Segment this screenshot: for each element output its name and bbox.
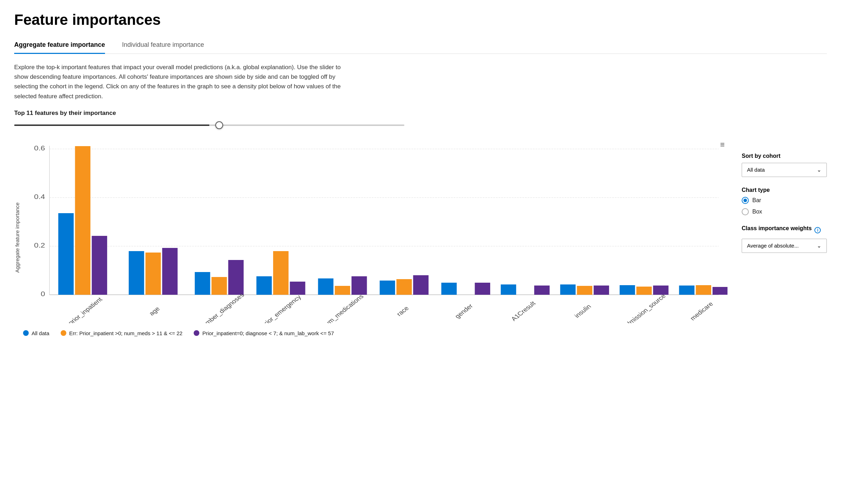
class-importance-info-icon[interactable]: i (814, 227, 821, 233)
svg-rect-27 (397, 279, 412, 295)
top-features-slider[interactable] (14, 124, 404, 126)
svg-rect-15 (211, 277, 227, 295)
svg-rect-19 (273, 251, 288, 295)
svg-text:0.6: 0.6 (34, 145, 45, 152)
legend-dot-prior-cohort (194, 330, 199, 336)
chart-area: ≡ Aggregate feature importance (14, 139, 727, 336)
svg-text:age: age (148, 305, 161, 316)
class-importance-label: Class importance weights (742, 225, 812, 232)
tab-individual[interactable]: Individual feature importance (122, 37, 204, 54)
svg-text:insulin: insulin (573, 303, 592, 319)
legend-dot-err-cohort (61, 330, 66, 336)
svg-rect-42 (620, 285, 635, 295)
bar-prior-inpatient-all (58, 213, 73, 295)
svg-rect-14 (195, 272, 210, 295)
svg-rect-47 (696, 285, 711, 295)
svg-rect-34 (501, 284, 516, 295)
sort-by-cohort-label: Sort by cohort (742, 153, 827, 159)
page-title: Feature importances (14, 11, 827, 28)
svg-rect-43 (636, 287, 652, 295)
chart-type-section: Chart type Bar Box (742, 187, 827, 215)
svg-rect-48 (713, 287, 727, 295)
sort-by-cohort-dropdown[interactable]: All data ⌄ (742, 163, 827, 177)
chevron-down-icon-2: ⌄ (817, 243, 821, 249)
chart-type-bar[interactable]: Bar (742, 197, 827, 204)
svg-text:0.4: 0.4 (34, 193, 45, 200)
svg-text:gender: gender (453, 303, 474, 320)
svg-text:0.2: 0.2 (34, 242, 45, 249)
svg-rect-28 (413, 275, 428, 295)
sidebar: Sort by cohort All data ⌄ Chart type Bar… (742, 139, 827, 336)
svg-rect-10 (129, 251, 144, 295)
sort-by-cohort-section: Sort by cohort All data ⌄ (742, 153, 827, 177)
svg-text:admission_source: admission_source (621, 293, 667, 323)
chart-type-box[interactable]: Box (742, 208, 827, 215)
legend-label-prior-cohort: Prior_inpatient=0; diagnose < 7; & num_l… (202, 330, 334, 336)
svg-rect-36 (534, 286, 549, 295)
class-importance-section: Class importance weights i Average of ab… (742, 225, 827, 253)
class-importance-dropdown[interactable]: Average of absolute... ⌄ (742, 239, 827, 253)
svg-rect-22 (318, 278, 333, 295)
svg-rect-46 (679, 286, 694, 295)
class-importance-header: Class importance weights i (742, 225, 827, 235)
chart-inner: 0 0.2 0.4 0.6 prior_inpatient (23, 139, 727, 336)
svg-text:prior_inpatient: prior_inpatient (67, 296, 104, 323)
legend-label-err-cohort: Err: Prior_inpatient >0; num_meds > 11 &… (69, 330, 182, 336)
legend-item-prior-cohort[interactable]: Prior_inpatient=0; diagnose < 7; & num_l… (194, 330, 334, 336)
chevron-down-icon: ⌄ (817, 167, 821, 173)
bar-prior-inpatient-prior (92, 236, 107, 295)
svg-rect-11 (145, 253, 161, 295)
tab-aggregate[interactable]: Aggregate feature importance (14, 37, 105, 54)
svg-rect-38 (560, 284, 575, 295)
svg-rect-24 (352, 276, 367, 295)
radio-box-circle (742, 208, 749, 215)
radio-box-label: Box (752, 209, 762, 215)
svg-text:medicare: medicare (688, 300, 714, 321)
class-importance-value: Average of absolute... (747, 243, 799, 249)
svg-text:num_medications: num_medications (321, 293, 365, 323)
svg-rect-23 (335, 286, 350, 295)
svg-text:A1Cresult: A1Cresult (510, 300, 537, 322)
svg-rect-26 (380, 281, 395, 295)
svg-rect-18 (256, 276, 272, 295)
chart-type-radio-group: Bar Box (742, 197, 827, 215)
radio-bar-label: Bar (752, 197, 761, 204)
chart-legend: All data Err: Prior_inpatient >0; num_me… (23, 330, 727, 336)
svg-rect-12 (162, 248, 177, 295)
slider-container (14, 121, 404, 127)
svg-rect-32 (475, 283, 490, 295)
legend-item-err-cohort[interactable]: Err: Prior_inpatient >0; num_meds > 11 &… (61, 330, 182, 336)
svg-rect-16 (228, 260, 243, 295)
svg-text:0: 0 (41, 290, 45, 298)
legend-label-all-data: All data (32, 330, 49, 336)
svg-rect-40 (594, 286, 609, 295)
svg-rect-20 (290, 282, 305, 295)
legend-dot-all-data (23, 330, 29, 336)
chart-wrapper: Aggregate feature importance (14, 139, 727, 336)
svg-rect-30 (441, 283, 457, 295)
svg-rect-39 (577, 286, 592, 295)
y-axis-label: Aggregate feature importance (14, 139, 20, 336)
chart-svg: 0 0.2 0.4 0.6 prior_inpatient (23, 139, 727, 323)
legend-item-all-data[interactable]: All data (23, 330, 49, 336)
tabs-container: Aggregate feature importance Individual … (14, 37, 827, 54)
svg-text:race: race (395, 305, 410, 317)
sort-by-cohort-value: All data (747, 167, 765, 173)
chart-type-label: Chart type (742, 187, 827, 193)
slider-label: Top 11 features by their importance (14, 110, 827, 117)
description-text: Explore the top-k important features tha… (14, 62, 351, 101)
bar-prior-inpatient-err (75, 146, 90, 295)
svg-text:number_diagnoses: number_diagnoses (198, 292, 246, 323)
radio-bar-circle (742, 197, 749, 204)
svg-text:prior_emergency: prior_emergency (260, 294, 303, 323)
main-content: ≡ Aggregate feature importance (14, 139, 827, 336)
